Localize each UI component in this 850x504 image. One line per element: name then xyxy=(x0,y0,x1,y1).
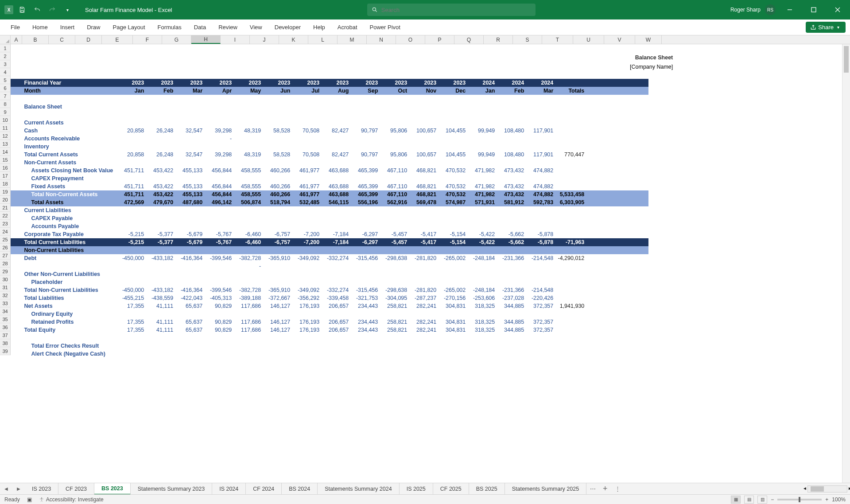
row-header-10[interactable]: 10 xyxy=(0,116,11,124)
row-header-1[interactable]: 1 xyxy=(0,44,11,52)
qat-dropdown-icon[interactable]: ▾ xyxy=(61,4,74,16)
sheet-tab-cf-2023[interactable]: CF 2023 xyxy=(58,483,94,495)
add-sheet-button[interactable]: + xyxy=(599,484,611,493)
row-header-35[interactable]: 35 xyxy=(0,315,11,323)
page-layout-view-button[interactable]: ▤ xyxy=(744,496,754,504)
column-header-L[interactable]: L xyxy=(308,35,338,44)
column-header-A[interactable]: A xyxy=(11,35,22,44)
column-header-E[interactable]: E xyxy=(102,35,133,44)
zoom-slider[interactable] xyxy=(777,499,822,500)
row-header-36[interactable]: 36 xyxy=(0,323,11,331)
row-header-25[interactable]: 25 xyxy=(0,236,11,244)
row-header-12[interactable]: 12 xyxy=(0,132,11,140)
redo-icon[interactable] xyxy=(46,4,58,16)
save-icon[interactable] xyxy=(16,4,28,16)
sheet-tab-bs-2023[interactable]: BS 2023 xyxy=(94,483,131,495)
maximize-button[interactable] xyxy=(804,0,823,19)
column-header-J[interactable]: J xyxy=(250,35,279,44)
ribbon-tab-draw[interactable]: Draw xyxy=(81,19,106,35)
normal-view-button[interactable]: ▦ xyxy=(731,496,741,504)
row-header-29[interactable]: 29 xyxy=(0,268,11,275)
row-header-15[interactable]: 15 xyxy=(0,156,11,164)
row-header-6[interactable]: 6 xyxy=(0,84,11,92)
row-header-2[interactable]: 2 xyxy=(0,52,11,60)
minimize-button[interactable] xyxy=(780,0,800,19)
column-header-V[interactable]: V xyxy=(604,35,635,44)
column-header-W[interactable]: W xyxy=(635,35,662,44)
ribbon-tab-view[interactable]: View xyxy=(244,19,268,35)
row-header-21[interactable]: 21 xyxy=(0,204,11,212)
row-header-26[interactable]: 26 xyxy=(0,244,11,252)
sheet-tab-is-2023[interactable]: IS 2023 xyxy=(25,483,58,495)
accessibility-status[interactable]: Accessibility: Investigate xyxy=(39,496,104,503)
tab-prev-button[interactable]: ◄ xyxy=(0,486,12,492)
row-header-4[interactable]: 4 xyxy=(0,68,11,76)
ribbon-tab-insert[interactable]: Insert xyxy=(54,19,81,35)
column-header-U[interactable]: U xyxy=(573,35,604,44)
ribbon-tab-page-layout[interactable]: Page Layout xyxy=(107,19,151,35)
tab-options-button[interactable]: ⋮ xyxy=(611,485,624,492)
sheet-tab-cf-2024[interactable]: CF 2024 xyxy=(246,483,282,495)
column-header-S[interactable]: S xyxy=(513,35,542,44)
sheet-tab-statements-summary-2023[interactable]: Statements Summary 2023 xyxy=(131,483,212,495)
sheet-tab-statements-summary-2025[interactable]: Statements Summary 2025 xyxy=(505,483,586,495)
column-header-H[interactable]: H xyxy=(191,35,221,44)
row-header-19[interactable]: 19 xyxy=(0,188,11,196)
column-header-R[interactable]: R xyxy=(484,35,513,44)
row-header-14[interactable]: 14 xyxy=(0,148,11,156)
column-header-G[interactable]: G xyxy=(162,35,191,44)
zoom-out-button[interactable]: − xyxy=(771,496,774,503)
row-header-9[interactable]: 9 xyxy=(0,108,11,116)
column-header-O[interactable]: O xyxy=(396,35,425,44)
vertical-scrollbar[interactable] xyxy=(842,44,850,483)
row-header-13[interactable]: 13 xyxy=(0,140,11,148)
column-header-P[interactable]: P xyxy=(425,35,454,44)
ribbon-tab-help[interactable]: Help xyxy=(307,19,331,35)
zoom-level[interactable]: 100% xyxy=(832,496,846,503)
ribbon-tab-acrobat[interactable]: Acrobat xyxy=(331,19,364,35)
row-header-27[interactable]: 27 xyxy=(0,252,11,260)
zoom-in-button[interactable]: + xyxy=(825,496,828,503)
column-header-F[interactable]: F xyxy=(133,35,162,44)
sheet-tab-is-2025[interactable]: IS 2025 xyxy=(400,483,433,495)
row-header-8[interactable]: 8 xyxy=(0,100,11,108)
column-header-Q[interactable]: Q xyxy=(454,35,484,44)
search-input[interactable] xyxy=(381,7,531,13)
row-header-11[interactable]: 11 xyxy=(0,124,11,132)
column-header-M[interactable]: M xyxy=(338,35,367,44)
horizontal-scrollbar[interactable]: ◄ ► xyxy=(807,485,847,492)
column-header-N[interactable]: N xyxy=(367,35,396,44)
column-header-B[interactable]: B xyxy=(22,35,49,44)
row-header-3[interactable]: 3 xyxy=(0,60,11,68)
column-header-K[interactable]: K xyxy=(279,35,308,44)
page-break-view-button[interactable]: ▥ xyxy=(757,496,767,504)
sheet-tab-bs-2025[interactable]: BS 2025 xyxy=(469,483,505,495)
column-header-T[interactable]: T xyxy=(542,35,573,44)
row-header-24[interactable]: 24 xyxy=(0,228,11,236)
undo-icon[interactable] xyxy=(31,4,43,16)
sheet-cells[interactable]: Balance Sheet[Company Name]Financial Yea… xyxy=(11,44,675,358)
row-header-32[interactable]: 32 xyxy=(0,291,11,299)
share-button[interactable]: Share▾ xyxy=(806,22,846,33)
row-header-33[interactable]: 33 xyxy=(0,299,11,307)
row-header-28[interactable]: 28 xyxy=(0,260,11,268)
select-all-corner[interactable] xyxy=(0,35,11,44)
sheet-tab-statements-summary-2024[interactable]: Statements Summary 2024 xyxy=(318,483,399,495)
ribbon-tab-home[interactable]: Home xyxy=(26,19,54,35)
sheet-tab-is-2024[interactable]: IS 2024 xyxy=(212,483,246,495)
ribbon-tab-data[interactable]: Data xyxy=(188,19,212,35)
ribbon-tab-power-pivot[interactable]: Power Pivot xyxy=(364,19,407,35)
ribbon-tab-developer[interactable]: Developer xyxy=(268,19,307,35)
row-header-17[interactable]: 17 xyxy=(0,172,11,180)
row-header-37[interactable]: 37 xyxy=(0,331,11,339)
search-box[interactable] xyxy=(367,4,536,16)
row-header-22[interactable]: 22 xyxy=(0,212,11,220)
ribbon-tab-formulas[interactable]: Formulas xyxy=(151,19,188,35)
tab-more-button[interactable]: ⋯ xyxy=(586,485,599,492)
row-header-39[interactable]: 39 xyxy=(0,347,11,355)
ribbon-tab-review[interactable]: Review xyxy=(212,19,244,35)
column-header-D[interactable]: D xyxy=(75,35,102,44)
close-button[interactable] xyxy=(828,0,847,19)
avatar[interactable]: RS xyxy=(765,4,776,15)
row-header-16[interactable]: 16 xyxy=(0,164,11,172)
